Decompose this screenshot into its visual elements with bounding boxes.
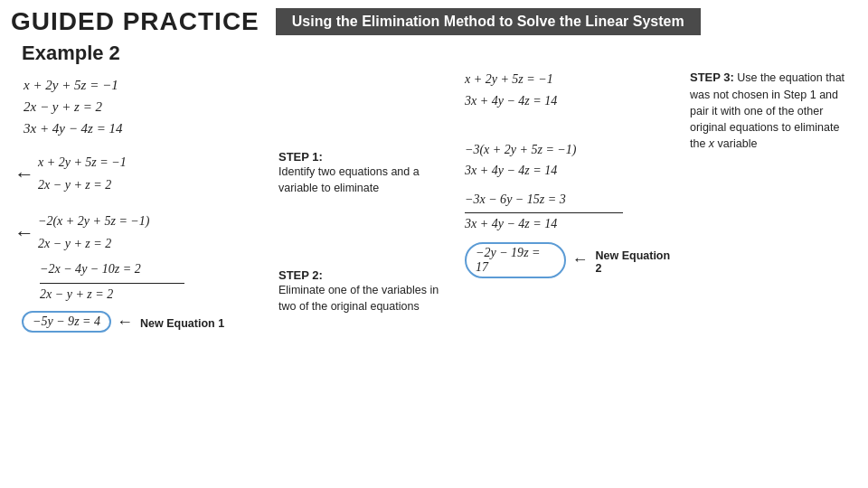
new-eq1-oval: −5y − 9z = 4	[22, 311, 111, 333]
right-column: x + 2y + 5z = −1 3x + 4y − 4z = 14 −3(x …	[450, 69, 861, 333]
left-group2-row: ← −2(x + 2y + 5z = −1) 2x − y + z = 2	[14, 211, 262, 255]
arrow-left-2: ←	[14, 221, 34, 245]
eq1: x + 2y + 5z = −1	[24, 74, 262, 96]
step2-body: Eliminate one of the variables in two of…	[278, 282, 441, 314]
group1-equations: x + 2y + 5z = −1 2x − y + z = 2	[38, 152, 127, 196]
new-eq1-label: New Equation 1	[140, 314, 224, 330]
new-eq1-label-text: New Equation 1	[140, 317, 224, 330]
right-res2: 3x + 4y − 4z = 14	[465, 213, 679, 235]
group1-eq1: x + 2y + 5z = −1	[38, 152, 127, 174]
eq2: 2x − y + z = 2	[24, 96, 262, 117]
step3-block: STEP 3: Use the equation that was not ch…	[686, 69, 854, 333]
steps-column: STEP 1: Identify two equations and a var…	[269, 69, 450, 333]
group2-res1: −2x − 4y − 10z = 2	[40, 258, 184, 284]
right-math: x + 2y + 5z = −1 3x + 4y − 4z = 14 −3(x …	[458, 69, 686, 333]
group2-results: −2x − 4y − 10z = 2 2x − y + z = 2	[14, 258, 262, 305]
group2-eq2: 2x − y + z = 2	[38, 233, 149, 256]
step2-block: STEP 2: Eliminate one of the variables i…	[278, 268, 441, 314]
eq3: 3x + 4y − 4z = 14	[24, 117, 262, 139]
new-eq2-row: −2y − 19z = 17 ← New Equation 2	[465, 242, 679, 278]
arrow-left-1: ←	[14, 163, 34, 186]
left-group1: ← x + 2y + 5z = −1 2x − y + z = 2	[14, 152, 262, 196]
right-results: −3x − 6y − 15z = 3 3x + 4y − 4z = 14	[465, 189, 679, 235]
left-group1-row: ← x + 2y + 5z = −1 2x − y + z = 2	[14, 152, 262, 196]
step2-label: STEP 2:	[278, 268, 441, 282]
right-elim-group: −3(x + 2y + 5z = −1) 3x + 4y − 4z = 14	[465, 139, 679, 183]
left-group2: ← −2(x + 2y + 5z = −1) 2x − y + z = 2 −2…	[14, 211, 262, 305]
system-equations: x + 2y + 5z = −1 2x − y + z = 2 3x + 4y …	[14, 74, 262, 139]
right-res1: −3x − 6y − 15z = 3	[465, 189, 623, 213]
group2-work: −2(x + 2y + 5z = −1) 2x − y + z = 2	[38, 211, 149, 255]
group2-multiply: −2(x + 2y + 5z = −1)	[38, 211, 149, 233]
new-eq2-oval: −2y − 19z = 17	[465, 242, 566, 278]
subtitle-box: Using the Elimination Method to Solve th…	[276, 8, 701, 35]
group1-eq2: 2x − y + z = 2	[38, 174, 127, 197]
step1-label: STEP 1:	[278, 150, 441, 164]
new-eq1-row: −5y − 9z = 4 ← New Equation 1	[14, 311, 262, 333]
right-eq2b: 3x + 4y − 4z = 14	[465, 160, 679, 182]
right-system: x + 2y + 5z = −1 3x + 4y − 4z = 14	[465, 69, 679, 112]
example-label: Example 2	[11, 42, 131, 65]
page-header: GUIDED PRACTICE Using the Elimination Me…	[0, 0, 868, 40]
group2-res2: 2x − y + z = 2	[40, 284, 262, 306]
left-column: x + 2y + 5z = −1 2x − y + z = 2 3x + 4y …	[7, 69, 269, 333]
step1-body: Identify two equations and a variable to…	[278, 164, 441, 196]
main-content: x + 2y + 5z = −1 2x − y + z = 2 3x + 4y …	[0, 69, 868, 333]
step3-label: STEP 3:	[690, 70, 734, 84]
new-eq2-label-text: New Equation 2	[595, 249, 679, 275]
page-title: GUIDED PRACTICE	[11, 7, 259, 36]
right-eq1: x + 2y + 5z = −1	[465, 69, 679, 90]
step1-block: STEP 1: Identify two equations and a var…	[278, 150, 441, 196]
arrow-new-eq1: ←	[117, 313, 133, 332]
arrow-new-eq2: ←	[571, 250, 588, 269]
right-eq2: 3x + 4y − 4z = 14	[465, 90, 679, 112]
new-eq2-label: New Equation 2	[595, 246, 679, 275]
right-mult: −3(x + 2y + 5z = −1)	[465, 139, 679, 161]
step3-box: STEP 3: Use the equation that was not ch…	[690, 69, 850, 152]
